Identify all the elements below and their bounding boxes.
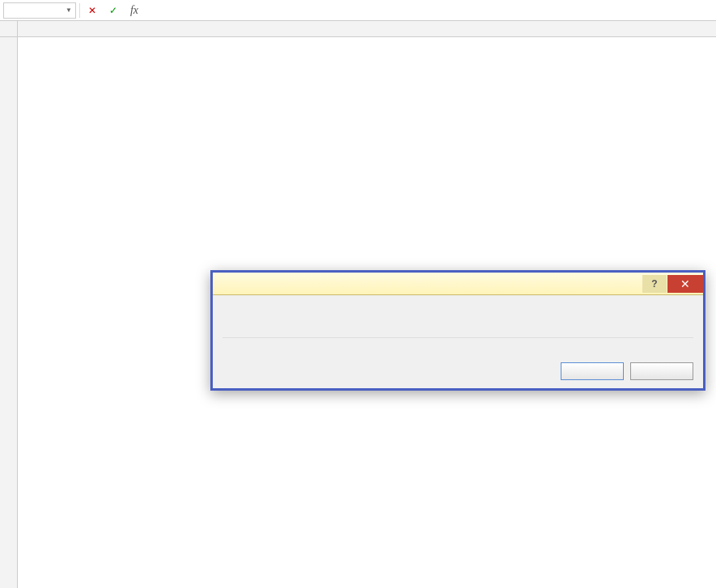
name-box-dropdown-icon[interactable]: ▼: [66, 6, 72, 14]
name-box[interactable]: ▼: [3, 2, 76, 19]
ok-button[interactable]: [561, 362, 624, 380]
function-arguments-dialog: ? ✕: [210, 270, 705, 391]
cancel-button[interactable]: [630, 362, 693, 380]
dialog-arg-description: [222, 316, 693, 326]
accept-formula-icon[interactable]: ✓: [104, 2, 122, 19]
separator: [79, 3, 80, 18]
dialog-value: [222, 345, 693, 354]
formula-input[interactable]: [146, 2, 713, 19]
dialog-help-button[interactable]: ?: [642, 275, 667, 293]
cancel-formula-icon[interactable]: ✕: [83, 2, 101, 19]
row-headers: [0, 37, 18, 588]
dialog-titlebar[interactable]: ? ✕: [213, 273, 703, 295]
select-all-corner[interactable]: [0, 21, 18, 37]
dialog-close-button[interactable]: ✕: [667, 275, 703, 293]
insert-function-icon[interactable]: fx: [125, 2, 143, 19]
column-headers: [18, 21, 716, 37]
formula-bar: ▼ ✕ ✓ fx: [0, 0, 716, 21]
